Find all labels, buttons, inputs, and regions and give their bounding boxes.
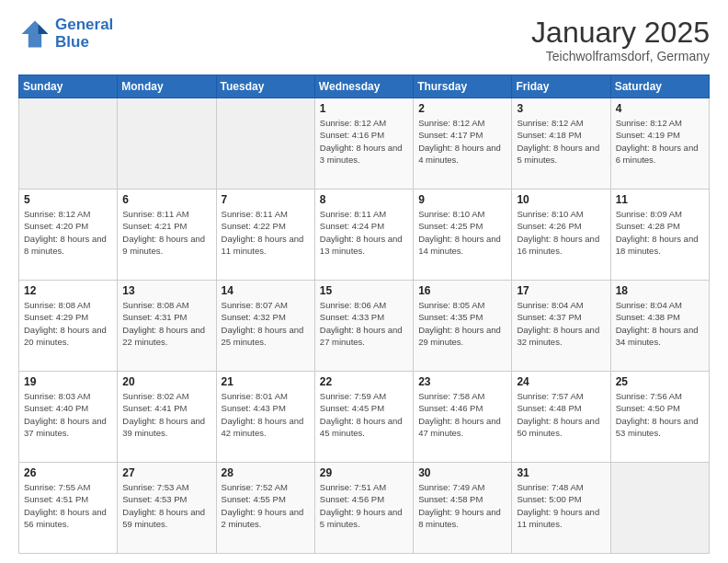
day-info-14: Sunrise: 8:07 AM Sunset: 4:32 PM Dayligh… — [222, 299, 310, 348]
cell-w1-d2: 7Sunrise: 8:11 AM Sunset: 4:22 PM Daylig… — [216, 190, 314, 281]
day-info-23: Sunrise: 7:58 AM Sunset: 4:46 PM Dayligh… — [418, 390, 506, 439]
day-num-28: 28 — [222, 466, 310, 479]
day-num-6: 6 — [122, 193, 210, 206]
col-saturday: Saturday — [610, 75, 709, 98]
day-num-14: 14 — [222, 284, 310, 297]
cell-w4-d5: 31Sunrise: 7:48 AM Sunset: 5:00 PM Dayli… — [512, 463, 610, 554]
title-block: January 2025 Teichwolframsdorf, Germany — [531, 17, 710, 63]
header: General Blue January 2025 Teichwolframsd… — [18, 17, 710, 63]
day-num-17: 17 — [517, 284, 605, 297]
cell-w0-d6: 4Sunrise: 8:12 AM Sunset: 4:19 PM Daylig… — [610, 98, 709, 190]
cell-w3-d2: 21Sunrise: 8:01 AM Sunset: 4:43 PM Dayli… — [216, 372, 314, 463]
logo-icon — [18, 17, 51, 51]
cell-w4-d4: 30Sunrise: 7:49 AM Sunset: 4:58 PM Dayli… — [414, 463, 512, 554]
day-info-18: Sunrise: 8:04 AM Sunset: 4:38 PM Dayligh… — [616, 299, 704, 348]
day-num-31: 31 — [517, 466, 605, 479]
day-num-7: 7 — [222, 193, 310, 206]
cell-w4-d3: 29Sunrise: 7:51 AM Sunset: 4:56 PM Dayli… — [314, 463, 413, 554]
day-num-29: 29 — [320, 466, 408, 479]
page: General Blue January 2025 Teichwolframsd… — [0, 0, 728, 563]
cell-w0-d2 — [216, 98, 314, 190]
day-num-11: 11 — [616, 193, 704, 206]
day-info-13: Sunrise: 8:08 AM Sunset: 4:31 PM Dayligh… — [122, 299, 210, 348]
day-info-19: Sunrise: 8:03 AM Sunset: 4:40 PM Dayligh… — [24, 390, 112, 439]
logo-line2: Blue — [55, 33, 89, 51]
day-num-30: 30 — [418, 466, 506, 479]
day-num-20: 20 — [122, 375, 210, 388]
col-thursday: Thursday — [414, 75, 512, 98]
cell-w2-d3: 15Sunrise: 8:06 AM Sunset: 4:33 PM Dayli… — [314, 281, 413, 372]
day-info-9: Sunrise: 8:10 AM Sunset: 4:25 PM Dayligh… — [418, 208, 506, 257]
day-num-22: 22 — [320, 375, 408, 388]
day-info-25: Sunrise: 7:56 AM Sunset: 4:50 PM Dayligh… — [616, 390, 704, 439]
cell-w2-d5: 17Sunrise: 8:04 AM Sunset: 4:37 PM Dayli… — [512, 281, 610, 372]
cell-w1-d4: 9Sunrise: 8:10 AM Sunset: 4:25 PM Daylig… — [414, 190, 512, 281]
week-row-4: 26Sunrise: 7:55 AM Sunset: 4:51 PM Dayli… — [19, 463, 710, 554]
day-num-15: 15 — [320, 284, 408, 297]
col-tuesday: Tuesday — [216, 75, 314, 98]
cell-w2-d4: 16Sunrise: 8:05 AM Sunset: 4:35 PM Dayli… — [414, 281, 512, 372]
day-info-22: Sunrise: 7:59 AM Sunset: 4:45 PM Dayligh… — [320, 390, 408, 439]
day-info-6: Sunrise: 8:11 AM Sunset: 4:21 PM Dayligh… — [122, 208, 210, 257]
day-info-24: Sunrise: 7:57 AM Sunset: 4:48 PM Dayligh… — [517, 390, 605, 439]
cell-w1-d3: 8Sunrise: 8:11 AM Sunset: 4:24 PM Daylig… — [314, 190, 413, 281]
col-sunday: Sunday — [19, 75, 118, 98]
day-num-10: 10 — [517, 193, 605, 206]
cell-w3-d3: 22Sunrise: 7:59 AM Sunset: 4:45 PM Dayli… — [314, 372, 413, 463]
day-num-13: 13 — [122, 284, 210, 297]
day-num-25: 25 — [616, 375, 704, 388]
cell-w0-d3: 1Sunrise: 8:12 AM Sunset: 4:16 PM Daylig… — [314, 98, 413, 190]
cell-w0-d4: 2Sunrise: 8:12 AM Sunset: 4:17 PM Daylig… — [414, 98, 512, 190]
day-num-12: 12 — [24, 284, 112, 297]
day-info-29: Sunrise: 7:51 AM Sunset: 4:56 PM Dayligh… — [320, 481, 408, 530]
calendar-table: Sunday Monday Tuesday Wednesday Thursday… — [18, 75, 710, 554]
day-info-11: Sunrise: 8:09 AM Sunset: 4:28 PM Dayligh… — [616, 208, 704, 257]
day-num-2: 2 — [418, 102, 506, 115]
day-info-16: Sunrise: 8:05 AM Sunset: 4:35 PM Dayligh… — [418, 299, 506, 348]
logo-line1: General — [55, 16, 113, 33]
cell-w0-d0 — [19, 98, 118, 190]
day-info-7: Sunrise: 8:11 AM Sunset: 4:22 PM Dayligh… — [222, 208, 310, 257]
main-title: January 2025 — [531, 17, 710, 49]
day-info-26: Sunrise: 7:55 AM Sunset: 4:51 PM Dayligh… — [24, 481, 112, 530]
day-info-3: Sunrise: 8:12 AM Sunset: 4:18 PM Dayligh… — [517, 117, 605, 166]
col-friday: Friday — [512, 75, 610, 98]
day-num-23: 23 — [418, 375, 506, 388]
cell-w4-d0: 26Sunrise: 7:55 AM Sunset: 4:51 PM Dayli… — [19, 463, 118, 554]
day-num-26: 26 — [24, 466, 112, 479]
cell-w4-d6 — [610, 463, 709, 554]
day-info-20: Sunrise: 8:02 AM Sunset: 4:41 PM Dayligh… — [122, 390, 210, 439]
day-num-19: 19 — [24, 375, 112, 388]
day-info-8: Sunrise: 8:11 AM Sunset: 4:24 PM Dayligh… — [320, 208, 408, 257]
cell-w4-d1: 27Sunrise: 7:53 AM Sunset: 4:53 PM Dayli… — [118, 463, 216, 554]
day-num-5: 5 — [24, 193, 112, 206]
day-num-27: 27 — [122, 466, 210, 479]
day-info-28: Sunrise: 7:52 AM Sunset: 4:55 PM Dayligh… — [222, 481, 310, 530]
subtitle: Teichwolframsdorf, Germany — [531, 49, 710, 63]
cell-w3-d5: 24Sunrise: 7:57 AM Sunset: 4:48 PM Dayli… — [512, 372, 610, 463]
day-num-1: 1 — [320, 102, 408, 115]
cell-w3-d6: 25Sunrise: 7:56 AM Sunset: 4:50 PM Dayli… — [610, 372, 709, 463]
cell-w0-d1 — [118, 98, 216, 190]
day-num-16: 16 — [418, 284, 506, 297]
day-num-21: 21 — [222, 375, 310, 388]
cell-w1-d1: 6Sunrise: 8:11 AM Sunset: 4:21 PM Daylig… — [118, 190, 216, 281]
day-info-17: Sunrise: 8:04 AM Sunset: 4:37 PM Dayligh… — [517, 299, 605, 348]
cell-w2-d2: 14Sunrise: 8:07 AM Sunset: 4:32 PM Dayli… — [216, 281, 314, 372]
day-num-8: 8 — [320, 193, 408, 206]
day-info-15: Sunrise: 8:06 AM Sunset: 4:33 PM Dayligh… — [320, 299, 408, 348]
cell-w2-d0: 12Sunrise: 8:08 AM Sunset: 4:29 PM Dayli… — [19, 281, 118, 372]
cell-w3-d1: 20Sunrise: 8:02 AM Sunset: 4:41 PM Dayli… — [118, 372, 216, 463]
day-info-5: Sunrise: 8:12 AM Sunset: 4:20 PM Dayligh… — [24, 208, 112, 257]
day-num-24: 24 — [517, 375, 605, 388]
cell-w0-d5: 3Sunrise: 8:12 AM Sunset: 4:18 PM Daylig… — [512, 98, 610, 190]
col-monday: Monday — [118, 75, 216, 98]
cell-w2-d6: 18Sunrise: 8:04 AM Sunset: 4:38 PM Dayli… — [610, 281, 709, 372]
day-info-27: Sunrise: 7:53 AM Sunset: 4:53 PM Dayligh… — [122, 481, 210, 530]
logo: General Blue — [18, 17, 113, 51]
logo-text: General Blue — [55, 17, 113, 51]
day-info-4: Sunrise: 8:12 AM Sunset: 4:19 PM Dayligh… — [616, 117, 704, 166]
day-info-2: Sunrise: 8:12 AM Sunset: 4:17 PM Dayligh… — [418, 117, 506, 166]
cell-w3-d4: 23Sunrise: 7:58 AM Sunset: 4:46 PM Dayli… — [414, 372, 512, 463]
cell-w1-d5: 10Sunrise: 8:10 AM Sunset: 4:26 PM Dayli… — [512, 190, 610, 281]
